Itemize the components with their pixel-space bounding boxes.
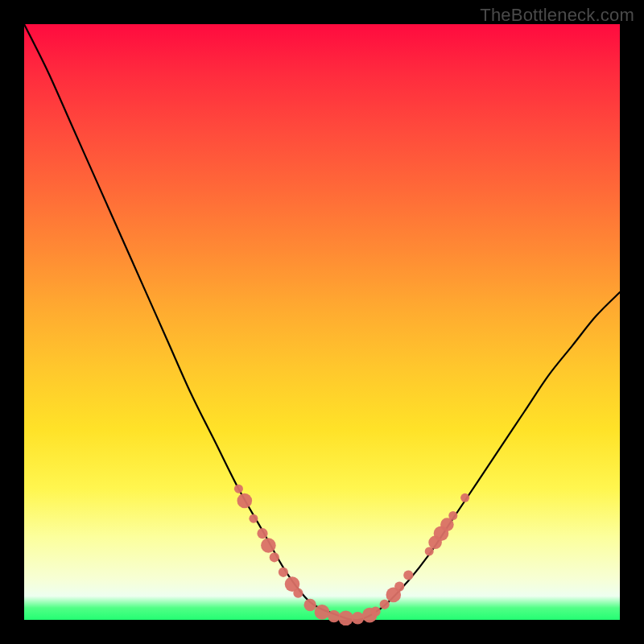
marker-dot [257, 528, 267, 539]
page-frame: TheBottleneck.com [0, 0, 644, 644]
bottleneck-curve-line [24, 24, 620, 620]
marker-dot [249, 514, 258, 523]
marker-dot [315, 605, 330, 620]
marker-dot [460, 493, 469, 502]
marker-dot [352, 612, 364, 624]
marker-dot [371, 607, 381, 617]
marker-dot [440, 518, 454, 531]
marker-dot [380, 600, 390, 609]
watermark-text: TheBottleneck.com [480, 5, 634, 26]
marker-dot [304, 599, 316, 611]
marker-dot [448, 511, 457, 520]
highlight-markers [234, 485, 469, 625]
chart-plot-area [24, 24, 620, 620]
marker-dot [394, 582, 404, 592]
marker-dot [338, 611, 353, 626]
marker-dot [403, 570, 413, 580]
chart-svg [24, 24, 620, 620]
marker-dot [237, 493, 253, 509]
marker-dot [279, 568, 288, 577]
marker-dot [270, 552, 279, 562]
marker-dot [293, 588, 303, 598]
marker-dot [261, 538, 276, 553]
marker-dot [328, 610, 340, 622]
marker-dot [234, 485, 243, 493]
